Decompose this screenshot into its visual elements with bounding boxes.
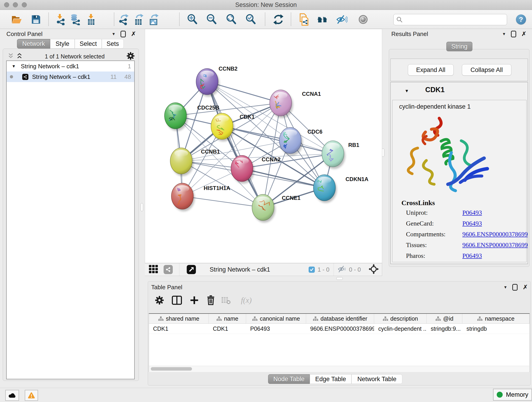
save-session-icon[interactable]: [30, 14, 42, 25]
horizontal-scrollbar[interactable]: [149, 366, 529, 372]
search-box[interactable]: [393, 14, 507, 25]
hidden-eye-icon[interactable]: [337, 265, 347, 274]
zoom-selected-icon[interactable]: [245, 14, 257, 25]
crosslink-link[interactable]: P06493: [462, 252, 482, 259]
network-share-icon[interactable]: [164, 265, 173, 274]
selected-checkbox-icon[interactable]: [309, 267, 315, 273]
tab-node-table[interactable]: Node Table: [268, 374, 310, 384]
table-cell[interactable]: CDK1: [149, 324, 209, 334]
crosslink-link[interactable]: 9606.ENSP00000378699: [462, 241, 528, 249]
tab-style[interactable]: Style: [50, 39, 75, 49]
table-options-gear-icon[interactable]: [154, 295, 165, 306]
open-in-window-icon[interactable]: [187, 265, 196, 274]
crosslink-link[interactable]: P06493: [462, 209, 482, 216]
close-panel-icon[interactable]: ✗: [521, 31, 526, 37]
table-cell[interactable]: CDK1: [209, 324, 246, 334]
tab-select[interactable]: Select: [75, 39, 102, 49]
network-collection-row[interactable]: ▼ String Network – cdk1 1: [7, 61, 134, 71]
bottom-splitter-handle[interactable]: [336, 277, 343, 280]
scrollbar-thumb[interactable]: [151, 367, 192, 370]
collapse-all-button[interactable]: Collapse All: [462, 64, 511, 76]
column-header-shared-name[interactable]: shared name: [149, 314, 209, 323]
table-cell[interactable]: cyclin-dependent ...: [374, 324, 427, 334]
delete-column-icon[interactable]: [205, 295, 216, 306]
selected-counts: 1 - 0: [317, 266, 329, 273]
export-image-icon[interactable]: [148, 14, 160, 25]
crosslink-link[interactable]: 9606.ENSP00000378699: [462, 230, 528, 238]
export-network-icon[interactable]: [118, 14, 129, 25]
table-row[interactable]: CDK1CDK1P064939606.ENSP00000378699cyclin…: [149, 324, 530, 334]
window-title: Session: New Session: [0, 0, 532, 10]
crosslink-label: GeneCard:: [406, 220, 434, 227]
close-panel-icon[interactable]: ✗: [523, 284, 528, 290]
apply-layout-icon[interactable]: [273, 14, 284, 25]
table-header-row: shared namenamecanonical namedatabase id…: [149, 314, 530, 324]
collapse-section-icon[interactable]: ▼: [405, 89, 409, 94]
edge-count: 48: [124, 73, 131, 80]
duplicate-network-icon[interactable]: [298, 14, 309, 25]
crosslink-label: Tissues:: [406, 241, 427, 249]
delete-table-icon[interactable]: [220, 295, 231, 306]
help-icon[interactable]: ?: [516, 14, 526, 25]
column-header-description[interactable]: description: [374, 314, 427, 323]
network-edge-CCNA1-HIST1H1A[interactable]: [182, 103, 281, 196]
birds-eye-crosshair-icon[interactable]: [369, 264, 379, 275]
table-cell[interactable]: stringdb: [462, 324, 530, 334]
crosslink-link[interactable]: P06493: [462, 220, 482, 227]
import-network-file-icon[interactable]: [55, 14, 66, 25]
show-all-networks-icon[interactable]: [317, 14, 328, 25]
tab-string[interactable]: String: [446, 42, 472, 51]
tab-edge-table[interactable]: Edge Table: [310, 374, 351, 384]
add-column-icon[interactable]: [189, 295, 200, 306]
fit-content-icon[interactable]: [226, 14, 237, 25]
open-session-icon[interactable]: [11, 14, 22, 25]
table-cell[interactable]: stringdb:9...: [427, 324, 462, 334]
preview-disabled-icon[interactable]: [357, 14, 369, 25]
zoom-in-icon[interactable]: [187, 14, 198, 25]
column-header-name[interactable]: name: [209, 314, 246, 323]
network-options-gear-icon[interactable]: [127, 52, 135, 61]
close-panel-icon[interactable]: ✗: [131, 31, 136, 37]
expand-all-icon[interactable]: [16, 52, 23, 60]
minimize-panel-icon[interactable]: ▼: [504, 285, 507, 289]
minimize-panel-icon[interactable]: ▼: [502, 32, 506, 36]
tab-network-table[interactable]: Network Table: [351, 374, 402, 384]
protein-description: cyclin-dependent kinase 1: [399, 103, 471, 110]
column-header-database-identifier[interactable]: database identifier: [306, 314, 374, 323]
node-table: shared namenamecanonical namedatabase id…: [149, 313, 530, 372]
table-cell[interactable]: 9606.ENSP00000378699: [306, 324, 374, 334]
column-header-canonical-name[interactable]: canonical name: [246, 314, 306, 323]
show-columns-icon[interactable]: [171, 295, 182, 306]
import-table-file-icon[interactable]: [85, 14, 97, 25]
tab-sets[interactable]: Sets: [102, 39, 124, 49]
table-cell[interactable]: P06493: [246, 324, 306, 334]
tab-network[interactable]: Network: [17, 39, 50, 49]
memory-button[interactable]: Memory: [493, 389, 532, 401]
import-network-database-icon[interactable]: [70, 14, 81, 25]
minimize-panel-icon[interactable]: ▼: [112, 32, 116, 36]
float-panel-icon[interactable]: [120, 31, 126, 37]
network-edge-CCNA2-CDKN1A[interactable]: [242, 168, 324, 188]
crosslink-label: Compartments:: [406, 230, 446, 238]
column-header-@id[interactable]: @id: [427, 314, 462, 323]
left-splitter-handle[interactable]: [140, 203, 143, 211]
cloud-icon[interactable]: [5, 390, 19, 401]
table-panel-header: Table Panel ▼ ✗: [151, 283, 529, 292]
float-panel-icon[interactable]: [511, 31, 516, 37]
zoom-out-icon[interactable]: [206, 14, 217, 25]
collapse-arrow-icon[interactable]: ▼: [12, 64, 16, 69]
protein-structure-image: [404, 114, 491, 198]
function-builder-icon[interactable]: f(x): [236, 295, 257, 306]
network-row[interactable]: String Network – cdk1 11 48: [7, 71, 134, 82]
collapse-all-icon[interactable]: [7, 52, 14, 60]
column-header-namespace[interactable]: namespace: [462, 314, 530, 323]
node-label-CCNB2: CCNB2: [219, 65, 238, 72]
export-table-icon[interactable]: [133, 14, 145, 25]
title-bar: Session: New Session: [0, 0, 532, 10]
warning-icon[interactable]: [25, 390, 38, 401]
search-input[interactable]: [405, 16, 507, 23]
expand-all-button[interactable]: Expand All: [408, 64, 454, 76]
grid-view-icon[interactable]: [148, 264, 158, 274]
hide-selected-icon[interactable]: [336, 14, 348, 25]
float-panel-icon[interactable]: [512, 284, 518, 291]
